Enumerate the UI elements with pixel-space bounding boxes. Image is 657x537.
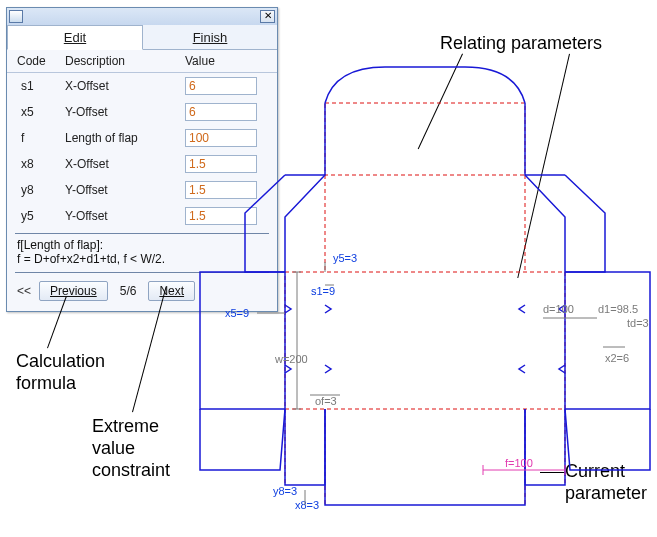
dim-f: f=100 bbox=[505, 457, 533, 469]
first-page-button[interactable]: << bbox=[17, 284, 33, 298]
dim-y8: y8=3 bbox=[273, 485, 297, 497]
dim-of: of=3 bbox=[315, 395, 337, 407]
annotation-relating-parameters: Relating parameters bbox=[440, 32, 602, 54]
cell-desc: Y-Offset bbox=[65, 209, 185, 223]
app-icon bbox=[9, 10, 23, 23]
page-indicator: 5/6 bbox=[120, 284, 137, 298]
dim-d1: d1=98.5 bbox=[598, 303, 638, 315]
cell-code: x8 bbox=[17, 157, 65, 171]
dim-d: d=100 bbox=[543, 303, 574, 315]
previous-button[interactable]: Previous bbox=[39, 281, 108, 301]
cell-code: f bbox=[17, 131, 65, 145]
header-desc: Description bbox=[65, 54, 185, 68]
cell-desc: Y-Offset bbox=[65, 105, 185, 119]
dim-w: w=200 bbox=[274, 353, 308, 365]
titlebar: ✕ bbox=[7, 8, 277, 25]
close-icon: ✕ bbox=[264, 10, 272, 21]
cell-desc: X-Offset bbox=[65, 79, 185, 93]
header-code: Code bbox=[17, 54, 65, 68]
tab-edit[interactable]: Edit bbox=[7, 25, 143, 50]
annotation-calculation-formula: Calculation formula bbox=[16, 350, 105, 394]
cell-desc: Y-Offset bbox=[65, 183, 185, 197]
dim-x2: x2=6 bbox=[605, 352, 629, 364]
annotation-extreme-value: Extreme value constraint bbox=[92, 415, 170, 481]
dim-s1: s1=9 bbox=[311, 285, 335, 297]
svg-rect-1 bbox=[325, 103, 525, 175]
dim-td: td=3 bbox=[627, 317, 649, 329]
formula-body: f = D+of+x2+d1+td, f < W/2. bbox=[17, 252, 165, 266]
cell-code: s1 bbox=[17, 79, 65, 93]
drawing-canvas: f=100 y5=3 s1=9 x5=9 d=100 d1=98.5 td=3 … bbox=[185, 65, 655, 535]
cell-code: y8 bbox=[17, 183, 65, 197]
formula-title: f[Length of flap]: bbox=[17, 238, 103, 252]
close-button[interactable]: ✕ bbox=[260, 10, 275, 23]
cell-desc: Length of flap bbox=[65, 131, 185, 145]
tab-finish[interactable]: Finish bbox=[143, 25, 277, 49]
cell-code: x5 bbox=[17, 105, 65, 119]
dim-x8: x8=3 bbox=[295, 499, 319, 511]
cell-code: y5 bbox=[17, 209, 65, 223]
cell-desc: X-Offset bbox=[65, 157, 185, 171]
tab-bar: Edit Finish bbox=[7, 25, 277, 50]
dim-y5: y5=3 bbox=[333, 252, 357, 264]
dim-x5: x5=9 bbox=[225, 307, 249, 319]
